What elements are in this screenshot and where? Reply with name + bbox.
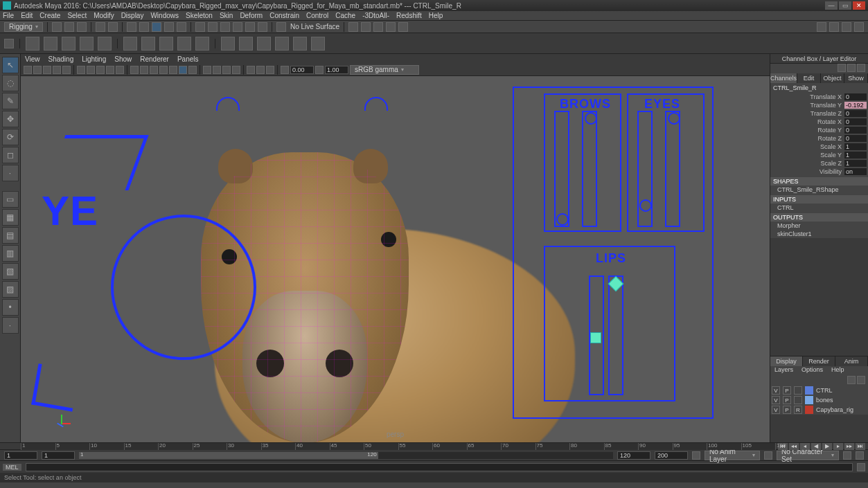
vp-icon[interactable] xyxy=(33,66,42,74)
panel-layout-icon[interactable] xyxy=(829,22,839,32)
rig-brow-handle-right[interactable] xyxy=(585,112,597,125)
command-input[interactable] xyxy=(26,463,853,471)
colorspace-dropdown[interactable]: sRGB gamma xyxy=(350,65,419,75)
sel-mode-icon[interactable] xyxy=(177,22,186,32)
layout-icon[interactable]: ▧ xyxy=(2,263,19,280)
layer-tab-render[interactable]: Render xyxy=(803,356,835,366)
vp-icon[interactable] xyxy=(247,66,255,74)
script-editor-icon[interactable] xyxy=(857,463,865,471)
menu-3dtoall[interactable]: -3DtoAll- xyxy=(362,12,389,19)
rig-eye-slider-right[interactable] xyxy=(665,111,680,227)
vp-icon[interactable] xyxy=(24,66,32,74)
shelf-button[interactable] xyxy=(239,37,253,51)
attr-value[interactable]: 0 xyxy=(844,93,867,100)
vp-icon[interactable] xyxy=(188,66,197,74)
menu-control[interactable]: Control xyxy=(306,12,328,19)
layer-visibility-toggle[interactable]: V xyxy=(772,396,780,404)
sel-mode-icon[interactable] xyxy=(164,22,174,32)
rig-eye-handle-left[interactable] xyxy=(639,199,652,212)
module-dropdown[interactable]: Rigging xyxy=(4,22,43,32)
outputs-item[interactable]: skinCluster1 xyxy=(770,230,868,238)
attr-value[interactable]: 0 xyxy=(844,127,867,134)
shelf-button[interactable] xyxy=(26,37,39,51)
step-forward-key-button[interactable]: ▸▸ xyxy=(844,443,854,450)
vp-icon[interactable] xyxy=(53,66,61,74)
character-set-icon[interactable] xyxy=(764,451,772,460)
layer-row[interactable]: VPbones xyxy=(770,395,868,405)
shelf-button[interactable] xyxy=(293,37,307,51)
snap-icon[interactable] xyxy=(245,22,255,32)
menu-create[interactable]: Create xyxy=(39,12,60,19)
move-tool[interactable]: ✥ xyxy=(2,111,19,127)
rig-brow-handle-left[interactable] xyxy=(556,213,569,226)
sel-mode-icon[interactable] xyxy=(152,22,161,32)
layer-menu-options[interactable]: Options xyxy=(797,366,827,376)
vp-icon[interactable] xyxy=(222,66,231,74)
exposure-field[interactable]: 0.00 xyxy=(290,66,314,74)
panel-menu-view[interactable]: View xyxy=(25,55,40,63)
cb-tab-show[interactable]: Show xyxy=(844,73,868,83)
shelf-button[interactable] xyxy=(62,37,76,51)
menu-display[interactable]: Display xyxy=(121,12,144,19)
vp-icon[interactable] xyxy=(77,66,85,74)
layer-name[interactable]: Capybara_rig xyxy=(816,406,853,413)
layer-color-swatch[interactable] xyxy=(805,396,813,404)
range-end-inner[interactable] xyxy=(617,451,650,460)
shelf-button[interactable] xyxy=(311,37,325,51)
render-icon[interactable] xyxy=(373,22,383,32)
rig-ear-ctrl-right[interactable] xyxy=(364,97,388,111)
layer-new-icon[interactable] xyxy=(857,376,865,384)
attr-value[interactable]: 1 xyxy=(844,152,867,159)
select-tool[interactable]: ↖ xyxy=(2,57,19,73)
layer-tab-display[interactable]: Display xyxy=(770,356,803,366)
layer-menu-layers[interactable]: Layers xyxy=(770,366,797,376)
menu-cache[interactable]: Cache xyxy=(335,12,355,19)
vp-icon[interactable] xyxy=(256,66,265,74)
shelf-button[interactable] xyxy=(177,37,191,51)
rig-lip-slider-right[interactable] xyxy=(608,275,623,395)
range-slider-track[interactable]: 1 120 xyxy=(79,452,613,459)
rotate-tool[interactable]: ⟳ xyxy=(2,129,19,145)
construction-history-icon[interactable] xyxy=(348,22,358,32)
layer-ref-toggle[interactable]: R xyxy=(794,406,802,414)
redo-icon[interactable] xyxy=(108,22,118,32)
selected-object-name[interactable]: CTRL_Smile_R xyxy=(770,83,868,93)
exposure-icon[interactable] xyxy=(281,66,289,74)
layer-color-swatch[interactable] xyxy=(805,386,813,395)
menu-help[interactable]: Help xyxy=(429,12,443,19)
rig-eye-handle-right[interactable] xyxy=(668,112,680,125)
layer-playback-toggle[interactable]: P xyxy=(783,396,791,404)
layout-icon[interactable]: ▥ xyxy=(2,245,19,262)
script-lang-button[interactable]: MEL xyxy=(3,464,21,471)
shelf-button[interactable] xyxy=(159,37,173,51)
panel-menu-show[interactable]: Show xyxy=(114,55,132,63)
cb-icon[interactable] xyxy=(847,64,856,72)
render-icon[interactable] xyxy=(398,22,408,32)
layer-new-icon[interactable] xyxy=(847,376,856,384)
layer-ref-toggle[interactable] xyxy=(794,396,802,404)
open-scene-icon[interactable] xyxy=(64,22,74,32)
layer-name[interactable]: bones xyxy=(816,397,833,404)
section-shapes[interactable]: SHAPES xyxy=(770,177,868,186)
gamma-icon[interactable] xyxy=(315,66,324,74)
shelf-tab-icon[interactable] xyxy=(4,39,14,48)
rig-arrow-left[interactable] xyxy=(31,363,80,412)
render-settings-icon[interactable] xyxy=(386,22,396,32)
vp-icon[interactable] xyxy=(96,66,105,74)
cb-tab-object[interactable]: Object xyxy=(821,73,844,83)
menu-skin[interactable]: Skin xyxy=(220,12,233,19)
vp-icon[interactable] xyxy=(116,66,124,74)
rig-eye-circle-left[interactable] xyxy=(111,215,256,360)
shelf-button[interactable] xyxy=(195,37,209,51)
shapes-item[interactable]: CTRL_Smile_RShape xyxy=(770,186,868,194)
range-end-outer[interactable] xyxy=(655,451,688,460)
live-surface-icon[interactable] xyxy=(276,22,286,32)
new-scene-icon[interactable] xyxy=(52,22,62,32)
maximize-button[interactable]: ▭ xyxy=(839,1,851,10)
layout-icon[interactable]: · xyxy=(2,317,19,334)
paint-select-tool[interactable]: ✎ xyxy=(2,93,19,109)
section-outputs[interactable]: OUTPUTS xyxy=(770,213,868,222)
vp-icon[interactable] xyxy=(43,66,51,74)
panel-layout-icon[interactable] xyxy=(842,22,851,32)
menu-edit[interactable]: Edit xyxy=(21,12,33,19)
